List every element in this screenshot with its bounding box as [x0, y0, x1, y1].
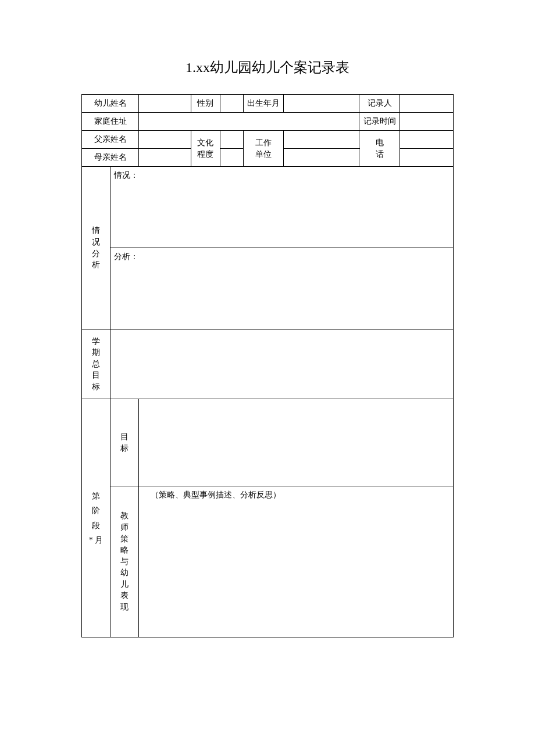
table-row: 第 阶 段 * 月 目 标 [82, 399, 454, 486]
input-birth-date[interactable] [284, 95, 359, 113]
label-mother-name: 母亲姓名 [82, 149, 139, 167]
document-page: 1.xx幼儿园幼儿个案记录表 幼儿姓名 性别 出生年月 记录人 家庭住址 记录时… [0, 0, 535, 637]
label-education: 文化 程度 [191, 131, 220, 167]
case-record-table: 幼儿姓名 性别 出生年月 记录人 家庭住址 记录时间 父亲姓名 文化 程度 [81, 94, 454, 637]
label-phone-l1: 电 [362, 137, 397, 149]
table-row: 家庭住址 记录时间 [82, 113, 454, 131]
input-father-work[interactable] [284, 131, 359, 149]
input-gender[interactable] [220, 95, 243, 113]
label-education-l1: 文化 [194, 137, 217, 149]
table-row: 父亲姓名 文化 程度 工作 单位 电 话 [82, 131, 454, 149]
label-stage: 第 阶 段 * 月 [82, 399, 110, 637]
input-child-name[interactable] [139, 95, 191, 113]
content-analysis[interactable]: 分析： [110, 248, 454, 329]
input-mother-education[interactable] [220, 149, 243, 167]
input-father-phone[interactable] [400, 131, 454, 149]
table-row: 情 况 分 析 情况： [82, 167, 454, 248]
table-row: 学 期 总 目 标 [82, 329, 454, 399]
label-address: 家庭住址 [82, 113, 139, 131]
input-father-education[interactable] [220, 131, 243, 149]
label-work: 工作 单位 [243, 131, 284, 167]
label-birth-date: 出生年月 [243, 95, 284, 113]
label-phone-l2: 话 [362, 149, 397, 160]
input-mother-phone[interactable] [400, 149, 454, 167]
table-row: 幼儿姓名 性别 出生年月 记录人 [82, 95, 454, 113]
input-address[interactable] [139, 113, 359, 131]
table-row: 教 师 策 略 与 幼 儿 表 现 （策略、典型事例描述、分析反思） [82, 486, 454, 637]
label-teacher-strategy: 教 师 策 略 与 幼 儿 表 现 [110, 486, 139, 637]
table-row: 分析： [82, 248, 454, 329]
label-record-time: 记录时间 [359, 113, 400, 131]
content-strategy[interactable]: （策略、典型事例描述、分析反思） [139, 486, 454, 637]
input-mother-work[interactable] [284, 149, 359, 167]
label-situation-analysis: 情 况 分 析 [82, 167, 110, 329]
content-stage-goal[interactable] [139, 399, 454, 486]
page-title: 1.xx幼儿园幼儿个案记录表 [81, 58, 454, 77]
label-education-l2: 程度 [194, 149, 217, 160]
label-stage-goal: 目 标 [110, 399, 139, 486]
label-semester-goal: 学 期 总 目 标 [82, 329, 110, 399]
label-gender: 性别 [191, 95, 220, 113]
input-recorder[interactable] [400, 95, 454, 113]
label-phone: 电 话 [359, 131, 400, 167]
content-situation[interactable]: 情况： [110, 167, 454, 248]
input-father-name[interactable] [139, 131, 191, 149]
label-father-name: 父亲姓名 [82, 131, 139, 149]
label-recorder: 记录人 [359, 95, 400, 113]
label-child-name: 幼儿姓名 [82, 95, 139, 113]
label-work-l2: 单位 [246, 149, 281, 160]
input-record-time[interactable] [400, 113, 454, 131]
input-mother-name[interactable] [139, 149, 191, 167]
label-work-l1: 工作 [246, 137, 281, 149]
content-semester-goal[interactable] [110, 329, 454, 399]
